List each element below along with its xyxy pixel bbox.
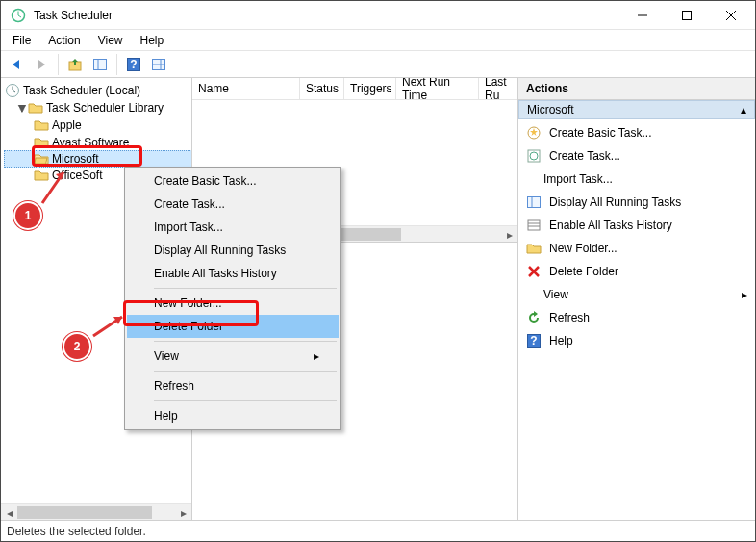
scroll-left-icon[interactable]: ◂ (1, 504, 17, 520)
clock-icon (5, 83, 20, 98)
help-icon: ? (526, 333, 542, 348)
action-help[interactable]: ? Help (518, 329, 755, 352)
menu-help[interactable]: Help (133, 32, 172, 49)
col-name[interactable]: Name (192, 78, 300, 99)
scroll-right-icon[interactable]: ▸ (501, 226, 517, 243)
ctx-create-task[interactable]: Create Task... (127, 193, 339, 216)
menu-action[interactable]: Action (40, 32, 88, 49)
panes-button[interactable] (147, 53, 170, 76)
svg-text:?: ? (530, 334, 537, 348)
actions-pane: Actions Microsoft ▴ Create Basic Task...… (518, 78, 755, 520)
forward-button[interactable] (30, 53, 53, 76)
svg-rect-4 (683, 11, 692, 19)
ctx-create-basic-task[interactable]: Create Basic Task... (127, 169, 339, 193)
back-button[interactable] (5, 53, 28, 76)
menu-separator (154, 371, 337, 372)
svg-text:?: ? (130, 58, 137, 71)
col-status[interactable]: Status (300, 78, 344, 99)
ctx-help[interactable]: Help (127, 404, 339, 427)
actions-section[interactable]: Microsoft ▴ (518, 100, 755, 119)
action-new-folder[interactable]: New Folder... (518, 237, 755, 260)
folder-icon (526, 241, 542, 256)
svg-rect-8 (94, 59, 107, 69)
refresh-icon (526, 310, 542, 325)
collapse-icon[interactable]: ▴ (741, 103, 746, 116)
svg-line-2 (18, 15, 21, 17)
expander-icon[interactable]: ⯆ (16, 103, 28, 114)
folder-icon (28, 100, 43, 116)
col-lastrun[interactable]: Last Ru (479, 78, 517, 99)
action-delete-folder[interactable]: Delete Folder (518, 260, 755, 283)
maximize-button[interactable] (665, 1, 709, 29)
ctx-delete-folder[interactable]: Delete Folder (127, 315, 339, 338)
context-menu: Create Basic Task... Create Task... Impo… (124, 167, 341, 430)
scroll-thumb[interactable] (17, 506, 152, 519)
actions-header: Actions (518, 78, 755, 100)
window-title: Task Scheduler (34, 9, 620, 22)
action-create-basic-task[interactable]: Create Basic Task... (518, 121, 755, 144)
ctx-view[interactable]: View ▸ (127, 345, 339, 368)
tree-root[interactable]: Task Scheduler (Local) (5, 82, 191, 99)
menu-separator (154, 288, 337, 289)
folder-icon (34, 117, 49, 133)
title-bar: Task Scheduler (1, 1, 755, 30)
action-view[interactable]: View ▸ (518, 283, 755, 306)
scroll-right-icon[interactable]: ▸ (175, 504, 191, 520)
action-refresh[interactable]: Refresh (518, 306, 755, 329)
menu-bar: File Action View Help (1, 30, 755, 51)
folder-icon (34, 168, 49, 183)
tree-hscroll[interactable]: ◂ ▸ (1, 503, 191, 520)
menu-file[interactable]: File (5, 32, 38, 49)
minimize-button[interactable] (620, 1, 665, 29)
submenu-arrow-icon: ▸ (314, 349, 319, 363)
ctx-display-running[interactable]: Display All Running Tasks (127, 239, 339, 262)
history-icon (526, 218, 542, 233)
close-button[interactable] (709, 1, 753, 29)
svg-rect-23 (528, 220, 540, 230)
tree-item-avast[interactable]: Avast Software (5, 134, 191, 151)
task-icon (526, 148, 542, 164)
action-import-task[interactable]: Import Task... (518, 168, 755, 191)
tree-item-apple[interactable]: Apple (5, 116, 191, 134)
folder-icon (34, 135, 49, 150)
ctx-new-folder[interactable]: New Folder... (127, 292, 339, 315)
action-enable-history[interactable]: Enable All Tasks History (518, 214, 755, 237)
col-triggers[interactable]: Triggers (344, 78, 396, 99)
status-bar: Deletes the selected folder. (1, 520, 755, 541)
menu-separator (154, 400, 337, 401)
toolbar: ? (1, 51, 755, 78)
ctx-enable-history[interactable]: Enable All Tasks History (127, 262, 339, 285)
running-icon (526, 194, 542, 210)
ctx-refresh[interactable]: Refresh (127, 374, 339, 398)
delete-icon (526, 264, 542, 279)
folder-open-icon (34, 151, 49, 167)
app-icon (11, 8, 26, 23)
wizard-icon (526, 125, 542, 141)
action-create-task[interactable]: Create Task... (518, 144, 755, 168)
submenu-arrow-icon: ▸ (742, 288, 747, 301)
menu-separator (154, 341, 337, 342)
action-display-running[interactable]: Display All Running Tasks (518, 191, 755, 214)
svg-rect-21 (528, 197, 541, 208)
ctx-import-task[interactable]: Import Task... (127, 216, 339, 239)
help-button[interactable]: ? (122, 53, 145, 76)
status-text: Deletes the selected folder. (7, 525, 146, 538)
col-nextrun[interactable]: Next Run Time (396, 78, 479, 99)
tree-library[interactable]: ⯆ Task Scheduler Library (5, 99, 191, 116)
menu-view[interactable]: View (90, 32, 131, 49)
up-button[interactable] (63, 53, 87, 76)
tree-item-microsoft[interactable]: Microsoft (4, 150, 192, 168)
layout-button[interactable] (88, 53, 112, 76)
list-header: Name Status Triggers Next Run Time Last … (192, 78, 517, 100)
